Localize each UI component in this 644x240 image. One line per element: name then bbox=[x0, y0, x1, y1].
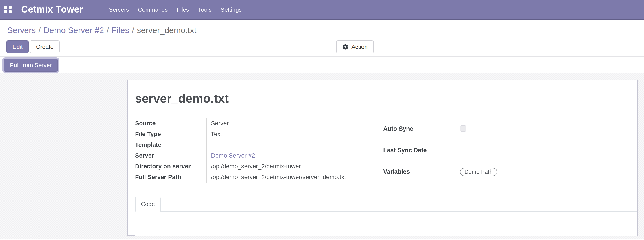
record-title: server_demo.txt bbox=[135, 92, 630, 106]
field-label: File Type bbox=[135, 129, 207, 140]
apps-grid-icon[interactable] bbox=[4, 5, 12, 13]
brand-title[interactable]: Cetmix Tower bbox=[21, 4, 83, 15]
form-view-background: server_demo.txt SourceServerFile TypeTex… bbox=[0, 73, 644, 239]
breadcrumb-separator: / bbox=[129, 25, 137, 35]
field-value: Demo Path bbox=[456, 161, 632, 183]
navbar-menu-item-commands[interactable]: Commands bbox=[138, 6, 168, 13]
field-value: /opt/demo_server_2/cetmix-tower/server_d… bbox=[207, 172, 383, 183]
code-tab-content bbox=[135, 212, 637, 236]
action-button-label: Action bbox=[352, 41, 368, 53]
field-label: Server bbox=[135, 150, 207, 161]
notebook-tabs: Code bbox=[135, 197, 637, 212]
field-value bbox=[207, 140, 383, 150]
apps-grid-square bbox=[8, 10, 12, 13]
app-window: Cetmix Tower ServersCommandsFilesToolsSe… bbox=[0, 0, 644, 240]
field-row: Full Server Path/opt/demo_server_2/cetmi… bbox=[135, 172, 383, 183]
notebook: Code bbox=[135, 197, 637, 236]
apps-grid-square bbox=[8, 5, 12, 9]
breadcrumb: Servers/Demo Server #2/Files/server_demo… bbox=[0, 25, 644, 36]
navbar-menu-item-tools[interactable]: Tools bbox=[198, 6, 212, 13]
field-row: SourceServer bbox=[135, 118, 383, 129]
control-panel-buttons: Edit Create Action bbox=[0, 40, 644, 53]
field-label: Source bbox=[135, 118, 207, 129]
apps-grid-square bbox=[4, 5, 8, 9]
field-label: Template bbox=[135, 140, 207, 150]
navbar-menu: ServersCommandsFilesToolsSettings bbox=[109, 6, 242, 13]
field-row: File TypeText bbox=[135, 129, 383, 140]
form-sheet: server_demo.txt SourceServerFile TypeTex… bbox=[128, 80, 638, 236]
field-group-left: SourceServerFile TypeTextTemplateServerD… bbox=[135, 118, 383, 183]
field-text: Text bbox=[211, 131, 222, 137]
field-row: Directory on server/opt/demo_server_2/ce… bbox=[135, 161, 383, 172]
auto-sync-checkbox[interactable] bbox=[460, 125, 466, 132]
breadcrumb-separator: / bbox=[104, 25, 112, 35]
apps-grid-square bbox=[4, 10, 8, 13]
edit-button[interactable]: Edit bbox=[6, 40, 29, 53]
pull-from-server-button[interactable]: Pull from Server bbox=[4, 58, 58, 71]
field-label: Directory on server bbox=[135, 161, 207, 172]
field-value: Server bbox=[207, 118, 383, 129]
field-value: /opt/demo_server_2/cetmix-tower bbox=[207, 161, 383, 172]
field-value: Text bbox=[207, 129, 383, 140]
field-value: Demo Server #2 bbox=[207, 150, 383, 161]
field-value bbox=[456, 118, 632, 140]
field-text: /opt/demo_server_2/cetmix-tower/server_d… bbox=[211, 174, 346, 180]
field-label: Last Sync Date bbox=[383, 140, 456, 161]
breadcrumb-current: server_demo.txt bbox=[137, 25, 196, 35]
breadcrumb-separator: / bbox=[36, 25, 44, 35]
statusbar: Pull from Server bbox=[0, 56, 644, 73]
field-label: Full Server Path bbox=[135, 172, 207, 183]
server-link[interactable]: Demo Server #2 bbox=[211, 152, 255, 159]
breadcrumb-link[interactable]: Demo Server #2 bbox=[44, 25, 104, 35]
field-row: VariablesDemo Path bbox=[383, 161, 632, 183]
navbar-menu-item-servers[interactable]: Servers bbox=[109, 6, 129, 13]
field-row: Last Sync Date bbox=[383, 140, 632, 161]
field-text: /opt/demo_server_2/cetmix-tower bbox=[211, 163, 301, 170]
breadcrumb-link[interactable]: Files bbox=[112, 25, 129, 35]
navbar-menu-item-files[interactable]: Files bbox=[177, 6, 189, 13]
field-group-right: Auto SyncLast Sync DateVariablesDemo Pat… bbox=[383, 118, 632, 183]
field-row: Template bbox=[135, 140, 383, 150]
control-panel: Servers/Demo Server #2/Files/server_demo… bbox=[0, 20, 644, 56]
action-button[interactable]: Action bbox=[336, 40, 374, 53]
tab-code[interactable]: Code bbox=[135, 197, 161, 212]
field-label: Auto Sync bbox=[383, 118, 456, 140]
field-label: Variables bbox=[383, 161, 456, 183]
field-row: Auto Sync bbox=[383, 118, 632, 140]
breadcrumb-link[interactable]: Servers bbox=[7, 25, 36, 35]
create-button[interactable]: Create bbox=[30, 40, 60, 53]
navbar-menu-item-settings[interactable]: Settings bbox=[220, 6, 242, 13]
field-groups: SourceServerFile TypeTextTemplateServerD… bbox=[135, 118, 637, 183]
field-row: ServerDemo Server #2 bbox=[135, 150, 383, 161]
variable-tag: Demo Path bbox=[460, 168, 497, 176]
top-navbar: Cetmix Tower ServersCommandsFilesToolsSe… bbox=[0, 0, 644, 20]
gear-icon bbox=[342, 44, 348, 50]
field-value bbox=[456, 140, 632, 161]
field-text: Server bbox=[211, 120, 229, 127]
